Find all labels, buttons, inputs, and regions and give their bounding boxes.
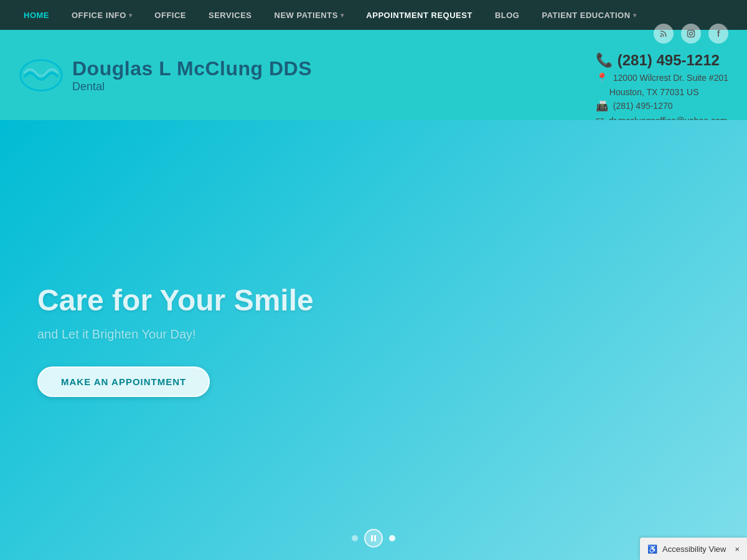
hero-section: Care for Your Smile and Let it Brighten … xyxy=(0,120,747,560)
phone-main-icon: 📞 xyxy=(596,52,613,68)
social-icons: f xyxy=(596,24,728,44)
logo-icon xyxy=(19,53,63,98)
page-wrapper: HOME OFFICE INFO ▾ OFFICE SERVICES NEW P… xyxy=(0,0,747,560)
address-text-line2: Houston, TX 77031 US xyxy=(609,87,699,97)
address-line2: Houston, TX 77031 US xyxy=(596,87,699,97)
facebook-icon[interactable]: f xyxy=(708,24,728,44)
dropdown-arrow-patient-education: ▾ xyxy=(633,12,637,19)
hero-title: Care for Your Smile xyxy=(37,283,314,317)
svg-point-3 xyxy=(690,32,693,35)
nav-office[interactable]: OFFICE xyxy=(143,0,197,30)
dropdown-arrow-office-info: ▾ xyxy=(129,12,133,19)
svg-rect-5 xyxy=(371,535,373,541)
dropdown-arrow-new-patients: ▾ xyxy=(341,12,344,19)
nav-office-info[interactable]: OFFICE INFO ▾ xyxy=(60,0,143,30)
accessibility-icon: ♿ xyxy=(647,544,657,554)
slide-pause-button[interactable] xyxy=(364,529,383,548)
svg-rect-6 xyxy=(374,535,376,541)
accessibility-close-button[interactable]: × xyxy=(735,544,740,554)
logo-text: Douglas L McClung DDS Dental xyxy=(72,57,312,93)
site-header: Douglas L McClung DDS Dental xyxy=(0,30,747,120)
make-appointment-button[interactable]: MAKE AN APPOINTMENT xyxy=(37,366,210,397)
nav-new-patients[interactable]: NEW PATIENTS ▾ xyxy=(263,0,355,30)
contact-area: f 📞 (281) 495-1212 📍 12000 Wilcrest Dr. … xyxy=(596,24,728,127)
fax-line: 📠 (281) 495-1270 xyxy=(596,100,673,112)
instagram-icon[interactable] xyxy=(681,24,701,44)
fax-icon: 📠 xyxy=(596,100,608,112)
nav-home[interactable]: HOME xyxy=(12,0,60,30)
phone-main-line: 📞 (281) 495-1212 xyxy=(596,52,720,69)
location-icon: 📍 xyxy=(596,72,608,84)
nav-appointment-request[interactable]: APPOINTMENT REQUEST xyxy=(355,0,484,30)
address-text-line1: 12000 Wilcrest Dr. Suite #201 xyxy=(613,73,728,83)
hero-content: Care for Your Smile and Let it Brighten … xyxy=(37,283,314,397)
logo-area: Douglas L McClung DDS Dental xyxy=(19,53,596,98)
main-content: Care for Your Smile and Let it Brighten … xyxy=(0,120,747,560)
slide-dot-2[interactable] xyxy=(389,535,395,541)
nav-services[interactable]: SERVICES xyxy=(197,0,263,30)
address-line1: 📍 12000 Wilcrest Dr. Suite #201 xyxy=(596,72,728,84)
svg-point-1 xyxy=(660,35,662,37)
slide-controls xyxy=(352,529,395,548)
accessibility-label[interactable]: Accessibility View xyxy=(662,544,726,554)
accessibility-bar: ♿ Accessibility View × xyxy=(640,538,747,560)
hero-subtitle: and Let it Brighten Your Day! xyxy=(37,327,314,342)
nav-blog[interactable]: BLOG xyxy=(484,0,531,30)
rss-icon[interactable] xyxy=(654,24,674,44)
practice-name: Douglas L McClung DDS xyxy=(72,57,312,80)
practice-type: Dental xyxy=(72,80,312,93)
phone-main-number[interactable]: (281) 495-1212 xyxy=(618,52,720,69)
svg-point-4 xyxy=(693,30,694,32)
fax-number: (281) 495-1270 xyxy=(613,101,673,111)
slide-dot-1[interactable] xyxy=(352,535,358,541)
